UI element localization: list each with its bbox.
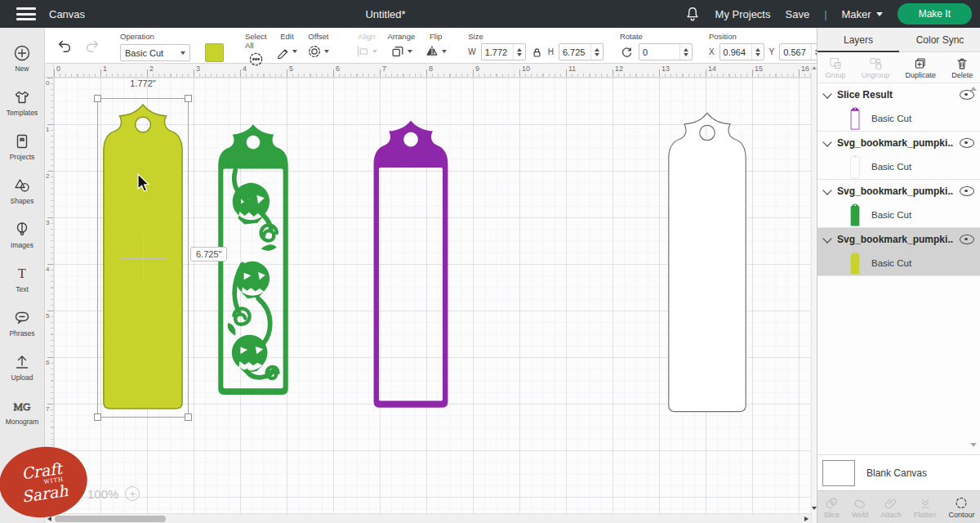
weld-button[interactable]: Weld — [852, 496, 868, 519]
selection-handle-top-left[interactable] — [94, 95, 101, 102]
sidebar-item-new[interactable]: New — [0, 36, 44, 80]
visibility-eye-icon[interactable] — [960, 138, 974, 148]
visibility-eye-icon[interactable] — [960, 186, 974, 196]
lock-icon[interactable] — [531, 46, 543, 59]
vertical-scrollbar[interactable] — [811, 64, 817, 523]
sidebar-item-projects[interactable]: Projects — [0, 124, 44, 168]
save-link[interactable]: Save — [785, 8, 809, 20]
chevron-down-icon[interactable] — [822, 234, 831, 243]
undo-icon[interactable] — [56, 38, 73, 54]
sidebar-item-templates[interactable]: Templates — [0, 80, 44, 124]
offset-button[interactable]: Offset — [302, 28, 334, 63]
scroll-right-icon[interactable] — [804, 516, 808, 521]
layer-group-bookmark-yellow[interactable]: Svg_bookmark_pumpki... Basic Cut — [817, 228, 980, 276]
layer-sublayer[interactable]: Basic Cut — [817, 106, 980, 131]
chevron-down-icon[interactable] — [822, 89, 831, 98]
edit-pencil-icon — [276, 45, 290, 59]
selection-handle-top-right[interactable] — [185, 95, 192, 102]
horizontal-scrollbar[interactable] — [45, 513, 811, 523]
selection-handle-bottom-left[interactable] — [94, 413, 101, 421]
slice-button[interactable]: Slice — [824, 496, 840, 519]
scroll-left-icon[interactable] — [47, 516, 51, 521]
phrases-icon — [13, 309, 31, 327]
rotate-icon[interactable] — [620, 45, 634, 59]
visibility-eye-icon[interactable] — [960, 235, 974, 244]
blank-canvas-row[interactable]: Blank Canvas — [817, 454, 980, 490]
attach-button[interactable]: Attach — [880, 496, 902, 519]
group-icon — [828, 56, 843, 70]
top-bar: Canvas Untitled* My Projects Save | Make… — [0, 0, 980, 28]
visibility-eye-icon[interactable] — [960, 90, 974, 100]
new-icon — [13, 44, 31, 62]
monogram-icon: MG — [13, 397, 31, 415]
height-stepper[interactable] — [590, 44, 603, 60]
horizontal-scroll-thumb[interactable] — [55, 516, 166, 522]
project-title[interactable]: Untitled* — [365, 8, 405, 20]
zoom-in-icon[interactable]: + — [125, 486, 140, 501]
layer-group-bookmark-green[interactable]: Svg_bookmark_pumpki... Basic Cut — [817, 180, 980, 228]
sidebar-item-shapes[interactable]: Shapes — [0, 168, 44, 212]
operation-select[interactable]: Basic Cut — [120, 44, 190, 61]
sidebar-item-monogram[interactable]: MG Monogram — [0, 389, 44, 433]
tab-layers[interactable]: Layers — [817, 28, 899, 51]
width-input[interactable]: 1.772 — [481, 43, 526, 60]
design-canvas[interactable]: 012345678910111213141516 0123456789 1.77… — [45, 64, 811, 523]
tab-color-sync[interactable]: Color Sync — [899, 28, 980, 51]
blank-canvas-swatch[interactable] — [822, 460, 855, 486]
selection-handle-bottom-right[interactable] — [185, 413, 192, 421]
position-x-input[interactable]: 0.964 — [719, 43, 764, 60]
layer-sublayer[interactable]: Basic Cut — [817, 203, 980, 227]
edit-button[interactable]: Edit — [271, 28, 302, 63]
sidebar-item-phrases[interactable]: Phrases — [0, 301, 44, 345]
templates-icon — [13, 88, 31, 106]
menu-icon[interactable] — [16, 7, 36, 20]
flatten-button[interactable]: Flatten — [914, 496, 937, 519]
position-x-stepper[interactable] — [751, 44, 764, 60]
group-button[interactable]: Group — [826, 56, 846, 79]
rotate-stepper[interactable] — [679, 44, 692, 60]
machine-selector[interactable]: Maker — [842, 8, 883, 20]
sidebar-item-images[interactable]: Images — [0, 212, 44, 257]
align-icon — [355, 44, 370, 59]
bookmark-white[interactable] — [664, 110, 751, 418]
ungroup-button[interactable]: Ungroup — [862, 56, 890, 79]
layer-sublayer[interactable]: Basic Cut — [817, 154, 980, 179]
layer-group-slice-result[interactable]: Slice Result Basic Cut — [817, 83, 980, 132]
layer-actions: Group Ungroup Duplicate Delete — [817, 52, 980, 83]
bookmark-purple[interactable] — [369, 109, 452, 422]
chevron-down-icon[interactable] — [822, 186, 831, 194]
sidebar-item-text[interactable]: T Text — [0, 257, 44, 301]
layer-thumbnail-yellow — [850, 252, 860, 275]
canvas-menu-label[interactable]: Canvas — [49, 8, 85, 20]
duplicate-button[interactable]: Duplicate — [906, 56, 937, 79]
arrange-button[interactable]: Arrange — [382, 28, 420, 63]
panel-scroll-up-icon[interactable] — [970, 87, 977, 91]
delete-trash-icon — [955, 56, 969, 70]
contour-button[interactable]: Contour — [948, 496, 974, 519]
width-stepper[interactable] — [513, 44, 525, 60]
chevron-down-icon[interactable] — [822, 137, 831, 146]
flip-icon — [425, 44, 439, 59]
edit-toolbar: Operation Basic Cut Select All Edit Offs… — [45, 28, 817, 64]
contour-icon — [954, 496, 969, 510]
my-projects-link[interactable]: My Projects — [715, 8, 771, 20]
app-root: Canvas Untitled* My Projects Save | Make… — [0, 0, 980, 523]
rotate-input[interactable]: 0 — [639, 43, 693, 60]
flip-button[interactable]: Flip — [420, 28, 452, 63]
rotate-group: Rotate 0 — [620, 28, 693, 63]
selection-width-label: 1.772" — [97, 78, 189, 88]
delete-button[interactable]: Delete — [951, 56, 973, 79]
chevron-down-icon — [372, 50, 377, 53]
align-button[interactable]: Align — [350, 28, 382, 63]
redo-icon[interactable] — [84, 38, 100, 54]
layer-group-bookmark-white[interactable]: Svg_bookmark_pumpki... Basic Cut — [817, 132, 980, 180]
layer-sublayer[interactable]: Basic Cut — [817, 251, 980, 275]
height-input[interactable]: 6.725 — [559, 43, 604, 60]
fill-color-swatch[interactable] — [205, 43, 224, 62]
panel-scroll-down-icon[interactable] — [970, 443, 977, 447]
make-it-button[interactable]: Make It — [898, 3, 972, 25]
layer-list: Slice Result Basic Cut Svg_bookmark_pump… — [817, 83, 980, 453]
select-all-button[interactable]: Select All — [240, 28, 271, 63]
notifications-bell-icon[interactable] — [684, 6, 701, 22]
sidebar-item-upload[interactable]: Upload — [0, 345, 44, 389]
